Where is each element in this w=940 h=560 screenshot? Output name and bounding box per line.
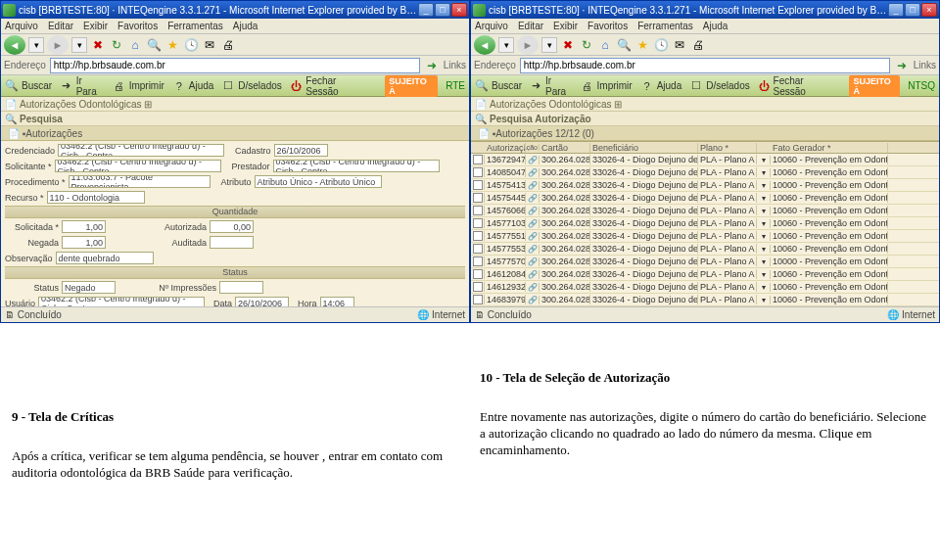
external-icon[interactable]: 🔗 <box>528 219 538 228</box>
fld-atrib[interactable]: Atributo Único - Atributo Único <box>255 175 382 188</box>
right-panel-tab[interactable]: 📄▪ Autorizações 12/12 (0) <box>471 126 939 141</box>
external-icon[interactable]: 🔗 <box>528 168 538 177</box>
chevron-icon[interactable]: ▾ <box>762 156 766 164</box>
row-checkbox[interactable] <box>473 167 483 177</box>
minimize-button[interactable]: _ <box>418 3 434 17</box>
external-icon[interactable]: 🔗 <box>528 257 538 266</box>
refresh-icon[interactable]: ↻ <box>579 37 594 53</box>
external-icon[interactable]: 🔗 <box>528 270 538 279</box>
maximize-button[interactable]: □ <box>905 3 920 17</box>
appbar-fechar[interactable]: ⏻Fechar Sessão <box>290 75 370 97</box>
table-row[interactable]: 14612932🔗300.264.02833026-4 - Diogo Deju… <box>471 281 939 294</box>
fld-neg[interactable]: 1,00 <box>62 236 106 249</box>
stop-icon[interactable]: ✖ <box>560 37 576 53</box>
row-checkbox[interactable] <box>473 295 483 304</box>
table-row[interactable]: 14577103🔗300.264.02833026-4 - Diogo Deju… <box>471 217 939 230</box>
fld-rec[interactable]: 110 - Odontologia <box>47 191 145 204</box>
chevron-icon[interactable]: ▾ <box>762 232 766 241</box>
maximize-button[interactable]: □ <box>435 3 450 17</box>
appbar-imprimir[interactable]: 🖨Imprimir <box>113 79 164 93</box>
table-row[interactable]: 14683979🔗300.264.02833026-4 - Diogo Deju… <box>471 294 939 306</box>
table-row[interactable]: 14577551🔗300.264.02833026-4 - Diogo Deju… <box>471 230 939 243</box>
refresh-icon[interactable]: ↻ <box>109 37 124 53</box>
menu-exibir[interactable]: Exibir <box>83 21 108 31</box>
row-checkbox[interactable] <box>473 206 483 215</box>
menu-arquivo[interactable]: Arquivo <box>5 21 38 31</box>
appbar-irpara[interactable]: ➜Ir Para <box>60 75 105 97</box>
chevron-icon[interactable]: ▾ <box>762 219 766 228</box>
go-icon[interactable]: ➜ <box>424 58 440 73</box>
row-checkbox[interactable] <box>473 193 483 203</box>
print-icon[interactable]: 🖨 <box>690 37 706 53</box>
row-checkbox[interactable] <box>473 231 483 241</box>
appbar-deselect[interactable]: ☐D/selados <box>221 79 281 93</box>
row-checkbox[interactable] <box>473 180 483 190</box>
right-breadcrumb-1[interactable]: 📄Autorizações Odontológicas ⊞ <box>471 97 939 112</box>
fld-autor[interactable]: 0,00 <box>210 220 254 233</box>
table-row[interactable]: 14575413🔗300.264.02833026-4 - Diogo Deju… <box>471 179 939 192</box>
chevron-icon[interactable]: ▾ <box>762 257 766 266</box>
go-icon[interactable]: ➜ <box>894 58 910 73</box>
right-breadcrumb-2[interactable]: 🔍Pesquisa Autorização <box>471 112 939 126</box>
favorites-icon[interactable]: ★ <box>634 37 650 53</box>
chevron-icon[interactable]: ▾ <box>762 245 766 254</box>
forward-dropdown[interactable]: ▾ <box>71 37 87 53</box>
fld-hora[interactable]: 14:06 <box>320 297 354 306</box>
external-icon[interactable]: 🔗 <box>528 194 538 203</box>
history-icon[interactable]: 🕓 <box>183 37 199 53</box>
fld-usr[interactable]: 03462.2 (Cisb - Centro Integrado d) - Ci… <box>38 297 205 306</box>
menu-editar[interactable]: Editar <box>48 21 73 31</box>
search-icon[interactable]: 🔍 <box>616 37 632 53</box>
appbar-buscar[interactable]: 🔍Buscar <box>475 79 522 93</box>
menu-ajuda[interactable]: Ajuda <box>703 21 728 31</box>
menu-ferramentas[interactable]: Ferramentas <box>167 21 223 31</box>
fld-status[interactable]: Negado <box>62 281 116 294</box>
appbar-imprimir[interactable]: 🖨Imprimir <box>581 79 633 93</box>
close-button[interactable]: × <box>921 3 937 17</box>
mail-icon[interactable]: ✉ <box>672 37 687 53</box>
back-button[interactable]: ◄ <box>4 35 25 55</box>
table-row[interactable]: 14575445🔗300.264.02833026-4 - Diogo Deju… <box>471 192 939 205</box>
table-row[interactable]: 14577570🔗300.264.02833026-4 - Diogo Deju… <box>471 256 939 268</box>
external-icon[interactable]: 🔗 <box>528 245 538 254</box>
menu-ajuda[interactable]: Ajuda <box>233 21 258 31</box>
home-icon[interactable]: ⌂ <box>597 37 613 53</box>
back-dropdown[interactable]: ▾ <box>28 37 44 53</box>
row-checkbox[interactable] <box>473 155 483 164</box>
close-button[interactable]: × <box>451 3 467 17</box>
chevron-icon[interactable]: ▾ <box>762 283 766 292</box>
fld-proc[interactable]: 11.03.003.7 - Pacote Prevencionista <box>69 175 211 188</box>
appbar-ajuda[interactable]: ?Ajuda <box>640 79 682 93</box>
print-icon[interactable]: 🖨 <box>220 37 236 53</box>
left-titlebar[interactable]: cisb [BRBTESTE:80] · INTEQengine 3.3.1.2… <box>1 1 469 19</box>
table-row[interactable]: 14085047🔗300.264.02833026-4 - Diogo Deju… <box>471 166 939 179</box>
row-checkbox[interactable] <box>473 269 483 279</box>
fld-cad[interactable]: 26/10/2006 <box>274 144 328 157</box>
row-checkbox[interactable] <box>473 257 483 266</box>
external-icon[interactable]: 🔗 <box>528 207 538 215</box>
table-row[interactable]: 14576066🔗300.264.02833026-4 - Diogo Deju… <box>471 205 939 217</box>
row-checkbox[interactable] <box>473 282 483 292</box>
left-panel-tab[interactable]: 📄▪ Autorizações <box>1 126 469 141</box>
appbar-irpara[interactable]: ➜Ir Para <box>530 75 572 97</box>
menu-ferramentas[interactable]: Ferramentas <box>637 21 693 31</box>
fld-data[interactable]: 26/10/2006 <box>235 297 289 306</box>
search-icon[interactable]: 🔍 <box>146 37 162 53</box>
menu-favoritos[interactable]: Favoritos <box>118 21 158 31</box>
left-breadcrumb-1[interactable]: 📄Autorizações Odontológicas ⊞ <box>1 97 469 112</box>
appbar-buscar[interactable]: 🔍Buscar <box>5 79 52 93</box>
chevron-icon[interactable]: ▾ <box>762 194 766 203</box>
table-row[interactable]: 14612084🔗300.264.02833026-4 - Diogo Deju… <box>471 268 939 281</box>
row-checkbox[interactable] <box>473 218 483 228</box>
external-icon[interactable]: 🔗 <box>528 181 538 190</box>
fld-imp[interactable] <box>219 281 263 294</box>
stop-icon[interactable]: ✖ <box>90 37 106 53</box>
menu-exibir[interactable]: Exibir <box>553 21 578 31</box>
appbar-ajuda[interactable]: ?Ajuda <box>172 79 214 93</box>
menu-favoritos[interactable]: Favoritos <box>588 21 628 31</box>
back-dropdown[interactable]: ▾ <box>498 37 514 53</box>
address-input[interactable]: http://hp.brbsaude.com.br <box>520 58 890 73</box>
fld-cred[interactable]: 03462.2 (Cisb - Centro Integrado d) - Ci… <box>58 144 224 157</box>
fld-prest[interactable]: 03462.2 (Cisb - Centro Integrado d) - Ci… <box>273 160 440 172</box>
external-icon[interactable]: 🔗 <box>528 156 538 164</box>
